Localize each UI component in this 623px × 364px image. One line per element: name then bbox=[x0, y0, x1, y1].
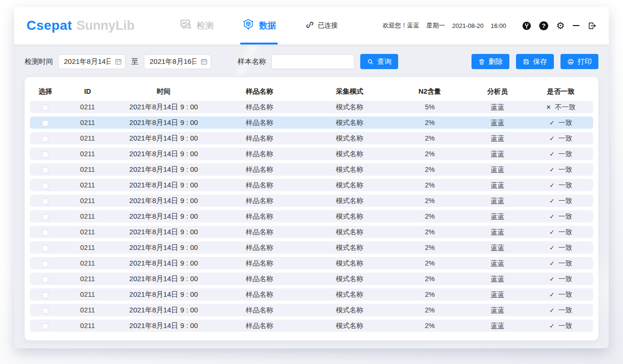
row-checkbox[interactable] bbox=[42, 230, 48, 236]
table-row[interactable]: 0211 2021年8月14日 9 : 00 样品名称 模式名称 2% 蓝蓝 ✓… bbox=[30, 257, 593, 269]
consistency-label: 一致 bbox=[558, 259, 572, 268]
cell-time: 2021年8月14日 9 : 00 bbox=[114, 181, 213, 190]
cell-collection-mode: 模式名称 bbox=[306, 275, 393, 284]
cell-consistency: ✕ 不一致 bbox=[546, 103, 575, 112]
consistency-label: 一致 bbox=[558, 118, 572, 127]
cell-sample-name: 样品名称 bbox=[213, 150, 306, 159]
cell-sample-name: 样品名称 bbox=[213, 118, 306, 127]
cell-id: 0211 bbox=[61, 322, 114, 329]
cell-analyst: 蓝蓝 bbox=[466, 321, 528, 330]
wrench-circle-icon[interactable] bbox=[522, 21, 531, 30]
date-to-separator: 至 bbox=[131, 57, 138, 66]
cell-collection-mode: 模式名称 bbox=[306, 134, 393, 143]
col-n2: N2含量 bbox=[393, 87, 467, 96]
save-button[interactable]: 保存 bbox=[516, 54, 554, 69]
col-time: 时间 bbox=[114, 87, 213, 96]
cell-sample-name: 样品名称 bbox=[213, 243, 306, 252]
header-right: 欢迎您！蓝蓝 星期一 2021-08-20 16:00 ? ⚙ bbox=[383, 21, 596, 30]
col-analyst: 分析员 bbox=[466, 87, 528, 96]
header: Csepat SunnyLib 检测 bbox=[14, 7, 609, 44]
consistency-mark-icon: ✓ bbox=[550, 275, 555, 283]
cell-consistency: ✓ 一致 bbox=[550, 321, 572, 330]
cell-time: 2021年8月14日 9 : 00 bbox=[114, 118, 213, 127]
cell-id: 0211 bbox=[61, 134, 114, 142]
cell-time: 2021年8月14日 9 : 00 bbox=[114, 306, 213, 315]
cell-n2-content: 2% bbox=[393, 134, 467, 142]
sample-name-input[interactable] bbox=[271, 54, 355, 69]
consistency-mark-icon: ✓ bbox=[550, 244, 555, 251]
calendar-icon[interactable] bbox=[115, 58, 122, 67]
cell-analyst: 蓝蓝 bbox=[466, 196, 528, 205]
table-row[interactable]: 0211 2021年8月14日 9 : 00 样品名称 模式名称 2% 蓝蓝 ✓… bbox=[30, 116, 593, 129]
row-checkbox[interactable] bbox=[42, 105, 48, 111]
cell-consistency: ✓ 一致 bbox=[550, 290, 572, 299]
row-checkbox[interactable] bbox=[42, 276, 48, 283]
help-icon[interactable]: ? bbox=[539, 21, 548, 30]
row-checkbox[interactable] bbox=[42, 245, 48, 251]
row-checkbox[interactable] bbox=[42, 323, 48, 329]
cell-analyst: 蓝蓝 bbox=[466, 306, 528, 315]
cell-time: 2021年8月14日 9 : 00 bbox=[114, 290, 213, 299]
table-row[interactable]: 0211 2021年8月14日 9 : 00 样品名称 模式名称 5% 蓝蓝 ✕… bbox=[30, 101, 593, 113]
search-icon bbox=[367, 58, 374, 65]
cell-collection-mode: 模式名称 bbox=[306, 306, 393, 315]
main-nav: 检测 数据 bbox=[179, 7, 276, 44]
table-row[interactable]: 0211 2021年8月14日 9 : 00 样品名称 模式名称 2% 蓝蓝 ✓… bbox=[30, 226, 593, 238]
table-row[interactable]: 0211 2021年8月14日 9 : 00 样品名称 模式名称 2% 蓝蓝 ✓… bbox=[30, 320, 593, 332]
row-checkbox[interactable] bbox=[42, 261, 48, 267]
table-row[interactable]: 0211 2021年8月14日 9 : 00 样品名称 模式名称 2% 蓝蓝 ✓… bbox=[30, 163, 593, 176]
row-checkbox[interactable] bbox=[42, 151, 48, 158]
cell-sample-name: 样品名称 bbox=[213, 259, 306, 268]
table-row[interactable]: 0211 2021年8月14日 9 : 00 样品名称 模式名称 2% 蓝蓝 ✓… bbox=[30, 132, 593, 144]
calendar-icon[interactable] bbox=[200, 58, 208, 67]
cell-collection-mode: 模式名称 bbox=[306, 181, 393, 190]
table-row[interactable]: 0211 2021年8月14日 9 : 00 样品名称 模式名称 2% 蓝蓝 ✓… bbox=[30, 210, 593, 222]
cell-time: 2021年8月14日 9 : 00 bbox=[114, 196, 213, 205]
cell-consistency: ✓ 一致 bbox=[550, 165, 572, 174]
row-checkbox[interactable] bbox=[42, 308, 48, 314]
date-range-label: 检测时间 bbox=[25, 57, 53, 66]
row-checkbox[interactable] bbox=[42, 198, 48, 204]
cell-id: 0211 bbox=[61, 197, 114, 204]
connection-label: 已连接 bbox=[318, 21, 338, 30]
row-checkbox[interactable] bbox=[42, 120, 48, 126]
printer-icon bbox=[567, 58, 574, 65]
app-logo: Csepat SunnyLib bbox=[27, 18, 134, 33]
table-row[interactable]: 0211 2021年8月14日 9 : 00 样品名称 模式名称 2% 蓝蓝 ✓… bbox=[30, 241, 593, 254]
logo-secondary: SunnyLib bbox=[76, 18, 134, 33]
query-button[interactable]: 查询 bbox=[360, 54, 398, 69]
cell-n2-content: 2% bbox=[393, 306, 467, 314]
consistency-label: 一致 bbox=[558, 134, 572, 143]
table-row[interactable]: 0211 2021年8月14日 9 : 00 样品名称 模式名称 2% 蓝蓝 ✓… bbox=[30, 288, 593, 301]
row-checkbox[interactable] bbox=[42, 136, 48, 142]
consistency-mark-icon: ✓ bbox=[550, 307, 555, 314]
table-row[interactable]: 0211 2021年8月14日 9 : 00 样品名称 模式名称 2% 蓝蓝 ✓… bbox=[30, 195, 593, 207]
table-row[interactable]: 0211 2021年8月14日 9 : 00 样品名称 模式名称 2% 蓝蓝 ✓… bbox=[30, 273, 593, 285]
delete-button[interactable]: 删除 bbox=[472, 54, 509, 69]
row-checkbox[interactable] bbox=[42, 214, 48, 220]
cell-sample-name: 样品名称 bbox=[213, 290, 306, 299]
cell-consistency: ✓ 一致 bbox=[550, 259, 572, 268]
col-consistent: 是否一致 bbox=[528, 87, 593, 96]
table-row[interactable]: 0211 2021年8月14日 9 : 00 样品名称 模式名称 2% 蓝蓝 ✓… bbox=[30, 148, 593, 160]
cell-id: 0211 bbox=[61, 275, 114, 283]
settings-gear-icon[interactable]: ⚙ bbox=[556, 21, 565, 30]
row-checkbox[interactable] bbox=[42, 183, 48, 189]
print-button[interactable]: 打印 bbox=[561, 54, 598, 69]
cell-analyst: 蓝蓝 bbox=[466, 259, 528, 268]
table-row[interactable]: 0211 2021年8月14日 9 : 00 样品名称 模式名称 2% 蓝蓝 ✓… bbox=[30, 179, 593, 191]
row-checkbox[interactable] bbox=[42, 292, 48, 298]
consistency-mark-icon: ✓ bbox=[550, 291, 555, 298]
tab-data[interactable]: 数据 bbox=[242, 7, 276, 44]
logout-icon[interactable] bbox=[587, 21, 596, 30]
minimize-icon[interactable] bbox=[573, 25, 579, 27]
cell-n2-content: 2% bbox=[393, 166, 467, 173]
row-checkbox[interactable] bbox=[42, 167, 48, 173]
tab-detection[interactable]: 检测 bbox=[179, 7, 214, 44]
cell-sample-name: 样品名称 bbox=[213, 196, 306, 205]
col-sample: 样品名称 bbox=[213, 87, 306, 96]
cell-sample-name: 样品名称 bbox=[213, 103, 306, 112]
table-row[interactable]: 0211 2021年8月14日 9 : 00 样品名称 模式名称 2% 蓝蓝 ✓… bbox=[30, 304, 593, 316]
consistency-label: 一致 bbox=[558, 196, 572, 205]
cell-time: 2021年8月14日 9 : 00 bbox=[114, 228, 213, 237]
